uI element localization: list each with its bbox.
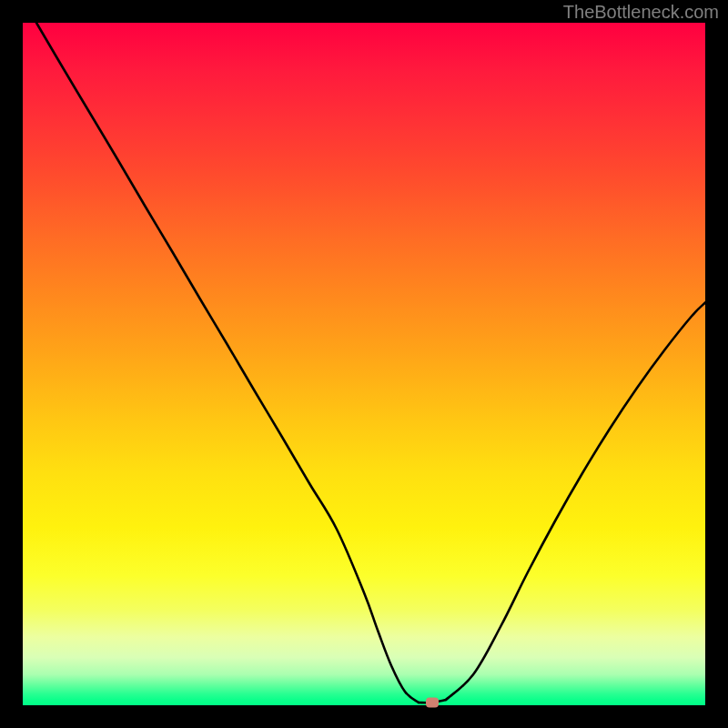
optimum-marker	[426, 698, 439, 708]
chart-frame: TheBottleneck.com	[0, 0, 728, 728]
watermark-label: TheBottleneck.com	[563, 2, 719, 23]
plot-area	[23, 23, 705, 705]
bottleneck-curve-left	[36, 23, 419, 703]
bottleneck-curve-right	[446, 303, 705, 701]
curve-svg	[23, 23, 705, 705]
